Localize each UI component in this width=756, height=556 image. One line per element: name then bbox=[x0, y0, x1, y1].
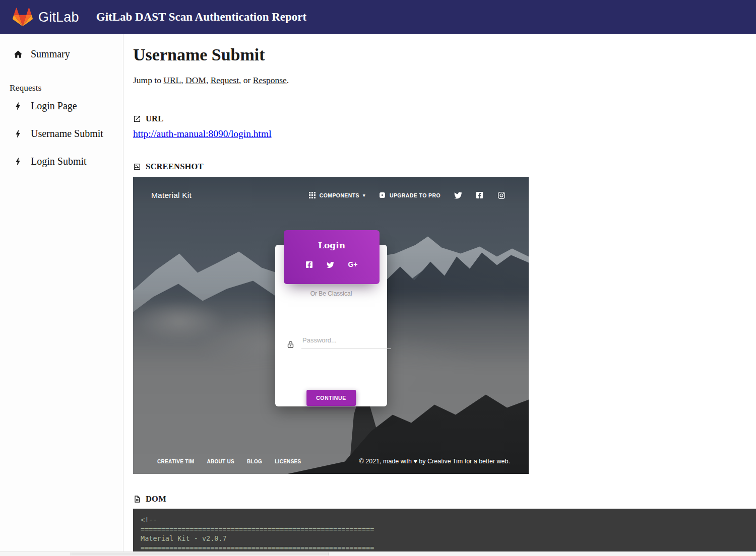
code-line: <!-- bbox=[141, 515, 756, 524]
materialkit-brand[interactable]: Material Kit bbox=[151, 191, 192, 200]
materialkit-footer: CREATIVE TIM ABOUT US BLOG LICENSES © 20… bbox=[157, 458, 510, 465]
jump-link-url[interactable]: URL bbox=[163, 75, 181, 85]
copyright-text: © 2021, made with ♥ by Creative Tim for … bbox=[359, 458, 510, 465]
jump-sep: , bbox=[181, 75, 185, 85]
jump-prefix: Jump to bbox=[133, 75, 163, 85]
code-line: ========================================… bbox=[141, 525, 756, 534]
image-icon bbox=[133, 163, 141, 171]
jump-link-dom[interactable]: DOM bbox=[185, 75, 206, 85]
bolt-icon bbox=[13, 157, 23, 167]
jump-link-request[interactable]: Request bbox=[211, 75, 239, 85]
components-label: COMPONENTS bbox=[320, 192, 359, 198]
sidebar-requests-heading: Requests bbox=[10, 83, 41, 93]
dom-code-block[interactable]: <!--====================================… bbox=[133, 509, 756, 556]
footer-link-about-us[interactable]: ABOUT US bbox=[207, 459, 234, 464]
url-section-heading: URL bbox=[133, 114, 756, 124]
report-title: GitLab DAST Scan Authentication Report bbox=[96, 11, 306, 24]
dom-section-heading: DOM bbox=[133, 494, 756, 504]
footer-link-licenses[interactable]: LICENSES bbox=[275, 459, 301, 464]
main-content: Username Submit Jump to URL, DOM, Reques… bbox=[133, 34, 756, 556]
screenshot-section-label: SCREENSHOT bbox=[146, 162, 204, 172]
sidebar-item-login-submit[interactable]: Login Submit bbox=[0, 156, 123, 167]
instagram-icon[interactable] bbox=[497, 191, 506, 199]
jump-links-line: Jump to URL, DOM, Request, or Response. bbox=[133, 75, 756, 86]
twitter-login-icon[interactable] bbox=[327, 261, 334, 268]
footer-link-blog[interactable]: BLOG bbox=[247, 459, 262, 464]
screenshot-section-heading: SCREENSHOT bbox=[133, 162, 756, 172]
sidebar-item-label: Login Page bbox=[31, 100, 77, 112]
continue-button[interactable]: CONTINUE bbox=[306, 390, 356, 406]
sidebar-item-label: Username Submit bbox=[31, 128, 103, 140]
or-be-classical-text: Or Be Classical bbox=[275, 290, 387, 297]
external-link-icon bbox=[133, 115, 141, 123]
gitlab-brand-text: GitLab bbox=[38, 10, 79, 25]
top-bar: GitLab GitLab DAST Scan Authentication R… bbox=[0, 0, 756, 34]
horizontal-scrollbar[interactable] bbox=[0, 551, 756, 556]
home-icon bbox=[13, 49, 23, 59]
lock-icon bbox=[286, 340, 295, 349]
sidebar-summary-label: Summary bbox=[31, 48, 70, 60]
page-title: Username Submit bbox=[133, 45, 756, 64]
footer-link-creative-tim[interactable]: CREATIVE TIM bbox=[157, 459, 194, 464]
password-row bbox=[286, 336, 376, 349]
sidebar-item-username-submit[interactable]: Username Submit bbox=[0, 128, 123, 140]
sidebar-item-login-page[interactable]: Login Page bbox=[0, 100, 123, 112]
twitter-icon[interactable] bbox=[454, 191, 462, 199]
google-plus-login-icon[interactable]: G+ bbox=[348, 261, 357, 268]
password-input[interactable] bbox=[301, 336, 391, 349]
jump-link-response[interactable]: Response bbox=[253, 75, 287, 85]
screenshot-image: Material Kit COMPONENTS ▾ UPGRADE TO PRO bbox=[133, 177, 529, 474]
scrollbar-thumb[interactable] bbox=[71, 552, 329, 555]
jump-sep: , or bbox=[239, 75, 253, 85]
bolt-icon bbox=[13, 129, 23, 139]
code-line: Material Kit - v2.0.7 bbox=[141, 534, 756, 543]
login-card-header: Login G+ bbox=[284, 230, 380, 284]
upgrade-to-pro-button[interactable]: UPGRADE TO PRO bbox=[379, 192, 440, 199]
pro-badge-icon bbox=[379, 192, 386, 199]
jump-sep: , bbox=[206, 75, 211, 85]
components-menu[interactable]: COMPONENTS ▾ bbox=[309, 192, 365, 199]
upgrade-label: UPGRADE TO PRO bbox=[390, 192, 440, 198]
url-section-label: URL bbox=[146, 114, 163, 124]
chevron-down-icon: ▾ bbox=[363, 193, 365, 198]
login-title: Login bbox=[318, 240, 345, 250]
document-icon bbox=[133, 495, 141, 503]
facebook-login-icon[interactable] bbox=[305, 261, 313, 268]
grid-icon bbox=[309, 192, 316, 199]
sidebar-item-label: Login Submit bbox=[31, 156, 87, 167]
gitlab-logo-icon bbox=[12, 7, 33, 27]
jump-suffix: . bbox=[287, 75, 289, 85]
dom-section-label: DOM bbox=[146, 494, 166, 504]
sidebar-item-summary[interactable]: Summary bbox=[0, 48, 123, 60]
scanned-url-link[interactable]: http://auth-manual:8090/login.html bbox=[133, 128, 272, 140]
materialkit-navbar: Material Kit COMPONENTS ▾ UPGRADE TO PRO bbox=[151, 189, 506, 202]
sidebar: Summary Requests Login Page Username Sub… bbox=[0, 34, 123, 551]
facebook-icon[interactable] bbox=[476, 191, 484, 199]
bolt-icon bbox=[13, 101, 23, 111]
